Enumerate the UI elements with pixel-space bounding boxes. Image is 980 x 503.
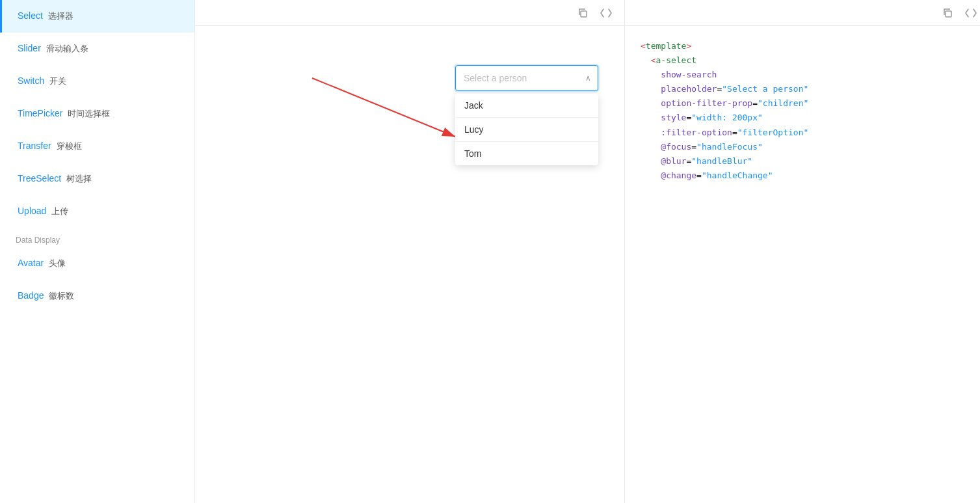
- code-attr-option-filter-prop-value: "children": [758, 98, 808, 108]
- sidebar-item-select[interactable]: Select 选择器: [0, 0, 194, 33]
- sidebar-item-treeselect[interactable]: TreeSelect 树选择: [0, 163, 194, 195]
- code-toggle-icon[interactable]: [598, 5, 614, 21]
- select-placeholder: Select a person: [464, 73, 527, 83]
- code-attr-change: @change: [661, 170, 696, 180]
- demo-panel: Select a person ∧ Jack Lucy Tom: [195, 0, 625, 503]
- code-line-1: <template>: [641, 39, 973, 53]
- sidebar-item-en-select: Select: [18, 10, 43, 21]
- sidebar-item-en-upload: Upload: [18, 206, 46, 216]
- svg-line-2: [312, 78, 455, 137]
- code-line-9: @blur="handleBlur": [641, 154, 973, 169]
- sidebar-item-en-avatar: Avatar: [18, 258, 44, 268]
- code-tag-open: <: [641, 41, 646, 51]
- code-tag-close: >: [686, 41, 691, 51]
- main-content: Select a person ∧ Jack Lucy Tom: [195, 0, 980, 503]
- code-attr-blur-value: "handleBlur": [691, 156, 752, 166]
- svg-rect-3: [946, 11, 951, 17]
- code-copy-icon[interactable]: [940, 5, 955, 21]
- dropdown-option-tom[interactable]: Tom: [455, 142, 598, 165]
- sidebar: Select 选择器 Slider 滑动输入条 Switch 开关 TimePi…: [0, 0, 195, 503]
- select-trigger[interactable]: Select a person ∧: [455, 65, 598, 91]
- code-line-7: :filter-option="filterOption": [641, 126, 973, 140]
- sidebar-item-en-transfer: Transfer: [18, 141, 51, 151]
- sidebar-item-slider[interactable]: Slider 滑动输入条: [0, 33, 194, 65]
- sidebar-category-data-display: Data Display: [0, 228, 194, 247]
- select-dropdown: Jack Lucy Tom: [455, 94, 598, 165]
- code-attr-filter-option-value: "filterOption": [737, 128, 809, 137]
- demo-top-bar: [195, 0, 624, 26]
- dropdown-option-lucy[interactable]: Lucy: [455, 118, 598, 142]
- code-line-5: option-filter-prop="children": [641, 96, 973, 111]
- sidebar-item-cn-timepicker: 时间选择框: [68, 109, 110, 118]
- code-attr-filter-option: :filter-option: [661, 128, 732, 137]
- code-expand-icon[interactable]: [963, 5, 979, 21]
- content-area: Select a person ∧ Jack Lucy Tom: [195, 0, 980, 503]
- sidebar-item-cn-avatar: 头像: [49, 258, 66, 268]
- code-attr-focus-value: "handleFocus": [696, 142, 763, 152]
- code-attr-change-value: "handleChange": [702, 170, 773, 180]
- code-line-6: style="width: 200px": [641, 111, 973, 125]
- sidebar-item-switch[interactable]: Switch 开关: [0, 65, 194, 98]
- copy-icon[interactable]: [575, 5, 590, 21]
- code-line-8: @focus="handleFocus": [641, 140, 973, 154]
- code-attr-placeholder-value: "Select a person": [722, 84, 808, 94]
- sidebar-item-cn-treeselect: 树选择: [66, 174, 92, 184]
- sidebar-item-en-timepicker: TimePicker: [18, 108, 63, 118]
- code-attr-placeholder: placeholder: [661, 84, 717, 94]
- sidebar-item-cn-switch: 开关: [49, 76, 66, 86]
- sidebar-item-timepicker[interactable]: TimePicker 时间选择框: [0, 98, 194, 130]
- code-block: <template> <a-select show-search placeho…: [625, 26, 980, 503]
- sidebar-item-en-slider: Slider: [18, 43, 41, 53]
- sidebar-item-cn-select: 选择器: [48, 11, 73, 21]
- chevron-up-icon: ∧: [585, 74, 591, 83]
- code-line-2: <a-select: [641, 53, 973, 68]
- code-line-4: placeholder="Select a person": [641, 82, 973, 96]
- code-line-3: show-search: [641, 68, 973, 82]
- sidebar-item-en-treeselect: TreeSelect: [18, 173, 61, 184]
- sidebar-item-transfer[interactable]: Transfer 穿梭框: [0, 130, 194, 163]
- code-panel: <template> <a-select show-search placeho…: [625, 0, 980, 503]
- sidebar-item-badge[interactable]: Badge 徽标数: [0, 280, 194, 312]
- sidebar-item-en-switch: Switch: [18, 75, 44, 86]
- dropdown-option-jack[interactable]: Jack: [455, 94, 598, 118]
- select-component: Select a person ∧ Jack Lucy Tom: [455, 65, 598, 91]
- sidebar-item-upload[interactable]: Upload 上传: [0, 195, 194, 228]
- svg-rect-0: [581, 11, 587, 17]
- sidebar-item-cn-upload: 上传: [51, 206, 68, 216]
- sidebar-item-cn-slider: 滑动输入条: [46, 44, 88, 53]
- code-tag-template: template: [646, 41, 687, 51]
- sidebar-item-cn-badge: 徽标数: [49, 291, 74, 301]
- code-attr-option-filter-prop: option-filter-prop: [661, 98, 752, 108]
- code-attr-style: style: [661, 113, 686, 122]
- code-tag-aselect: a-select: [656, 55, 696, 65]
- code-attr-style-value: "width: 200px": [691, 113, 763, 122]
- code-attr-focus: @focus: [661, 142, 691, 152]
- code-attr-show-search: show-search: [661, 70, 717, 79]
- sidebar-item-en-badge: Badge: [18, 290, 44, 301]
- sidebar-item-avatar[interactable]: Avatar 头像: [0, 247, 194, 280]
- arrow-annotation: [299, 59, 481, 163]
- sidebar-item-cn-transfer: 穿梭框: [57, 141, 82, 151]
- code-top-bar: [625, 0, 980, 26]
- code-line-10: @change="handleChange": [641, 169, 973, 183]
- demo-content-area: Select a person ∧ Jack Lucy Tom: [195, 26, 624, 503]
- code-attr-blur: @blur: [661, 156, 686, 166]
